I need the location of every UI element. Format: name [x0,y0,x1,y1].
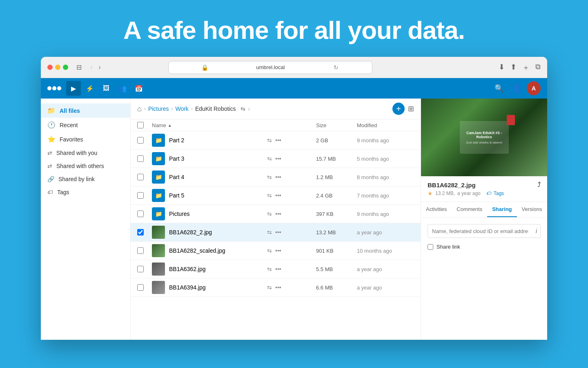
row-checkbox[interactable] [137,229,144,236]
nav-contacts-icon[interactable]: 👥 [115,81,130,96]
sidebar-item-all-files[interactable]: 📁 All files [41,103,130,118]
share-breadcrumb-icon[interactable]: ⇆ [241,105,245,112]
file-thumbnail [152,263,165,276]
share-icon[interactable]: ⬆ [510,63,517,72]
file-name-cell: BB1A6282_scaled.jpg [152,244,267,257]
table-row[interactable]: BB1A6394.jpg ⇆ ••• 6.6 MB a year ago [131,278,421,297]
row-checkbox[interactable] [137,247,144,254]
more-action-icon[interactable]: ••• [275,229,281,236]
breadcrumb-pictures[interactable]: Pictures [148,105,169,112]
share-action-icon[interactable]: ⇆ [267,174,272,180]
table-row[interactable]: 📁 Part 3 ⇆ ••• 15.7 MB 5 months ago [131,150,421,168]
nav-flash-icon[interactable]: ⚡ [82,81,97,96]
table-row[interactable]: 📁 Part 2 ⇆ ••• 2 GB 9 months ago [131,131,421,150]
sidebar-item-label: Shared by link [58,176,95,182]
more-action-icon[interactable]: ••• [275,247,281,254]
tab-sharing[interactable]: Sharing [487,202,517,217]
search-icon[interactable]: 🔍 [492,81,506,96]
detail-tabs: Activities Comments Sharing Versions [421,202,547,218]
file-size: 1.2 MB [316,174,357,180]
row-checkbox[interactable] [137,137,144,144]
table-row[interactable]: 📁 Part 4 ⇆ ••• 1.2 MB 8 months ago [131,168,421,186]
reload-icon[interactable]: ↻ [305,64,368,71]
nav-video-icon[interactable]: ▶ [66,81,81,96]
share-action-icon[interactable]: ⇆ [267,137,272,144]
add-file-button[interactable]: + [392,103,405,115]
row-checkbox[interactable] [137,155,144,162]
row-checkbox[interactable] [137,174,144,180]
more-action-icon[interactable]: ••• [275,266,281,272]
tab-comments[interactable]: Comments [452,202,487,217]
more-action-icon[interactable]: ••• [275,174,281,180]
folder-icon: 📁 [152,152,165,165]
back-button[interactable]: ‹ [88,62,95,72]
tabs-icon[interactable]: ⧉ [535,63,541,72]
sidebar-toggle-icon[interactable]: ⊟ [76,63,82,71]
nav-photos-icon[interactable]: 🖼 [99,81,114,96]
share-action-icon[interactable]: ⇆ [267,229,272,236]
file-actions: ⇆ ••• [267,211,316,217]
nc-files-area: ⌂ › Pictures › Work › EduKit Robotics ⇆ … [131,99,421,340]
add-user-icon[interactable]: 👤 [510,81,523,95]
share-action-icon[interactable]: ⇆ [267,192,272,199]
user-avatar[interactable]: A [527,81,541,95]
sidebar-item-favorites[interactable]: ⭐ Favorites [41,132,130,146]
sharing-input[interactable] [428,225,532,238]
home-icon[interactable]: ⌂ [137,105,142,113]
detail-share-icon[interactable]: ⤴ [537,181,541,188]
download-icon[interactable]: ⬇ [499,63,505,72]
tab-activities[interactable]: Activities [421,202,452,217]
new-tab-icon[interactable]: ＋ [522,63,530,72]
sidebar-item-shared-with-you[interactable]: ⇄ Shared with you [41,146,130,159]
share-action-icon[interactable]: ⇆ [267,247,272,254]
table-row[interactable]: BB1A6282_2.jpg ⇆ ••• 13.2 MB a year ago [131,223,421,242]
file-modified: 5 months ago [357,156,414,162]
share-action-icon[interactable]: ⇆ [267,211,272,217]
share-action-icon[interactable]: ⇆ [267,284,272,291]
sidebar-item-label: Recent [60,122,78,128]
shared-with-others-icon: ⇄ [47,163,52,169]
col-name-header[interactable]: Name ▲ [152,122,267,128]
breadcrumb-current: EduKit Robotics [195,105,236,112]
maximize-button[interactable] [63,65,68,70]
shared-by-link-icon: 🔗 [47,176,54,182]
hero-headline: A safe home for all your data. [0,16,588,45]
row-checkbox[interactable] [137,266,144,272]
more-action-icon[interactable]: ••• [275,192,281,199]
forward-button[interactable]: › [96,62,103,72]
sidebar-item-label: Shared with others [56,163,104,169]
row-checkbox[interactable] [137,192,144,199]
minimize-button[interactable] [55,65,60,70]
sidebar-item-tags[interactable]: 🏷 Tags [41,186,130,199]
close-button[interactable] [47,65,53,70]
sidebar-item-recent[interactable]: 🕐 Recent [41,118,130,132]
breadcrumb-work[interactable]: Work [175,105,188,112]
more-action-icon[interactable]: ••• [275,211,281,217]
breadcrumb: ⌂ › Pictures › Work › EduKit Robotics ⇆ … [131,99,421,119]
table-row[interactable]: 📁 Pictures ⇆ ••• 397 KB 9 months ago [131,205,421,223]
breadcrumb-actions: + ⊞ [392,103,414,115]
sidebar-item-shared-by-link[interactable]: 🔗 Shared by link [41,173,130,186]
more-action-icon[interactable]: ••• [275,137,281,144]
file-name: Part 4 [169,174,184,180]
table-row[interactable]: BB1A6362.jpg ⇆ ••• 5.5 MB a year ago [131,260,421,278]
select-all-checkbox[interactable] [137,122,144,128]
row-checkbox[interactable] [137,284,144,291]
nav-calendar-icon[interactable]: 📅 [131,81,146,96]
tags-label[interactable]: Tags [494,191,504,196]
share-link-checkbox[interactable] [428,244,433,250]
share-action-icon[interactable]: ⇆ [267,155,272,162]
sidebar-item-shared-with-others[interactable]: ⇄ Shared with others [41,159,130,173]
grid-view-button[interactable]: ⊞ [408,103,414,115]
table-row[interactable]: 📁 Part 5 ⇆ ••• 2.4 GB 7 months ago [131,186,421,205]
table-row[interactable]: BB1A6282_scaled.jpg ⇆ ••• 901 KB 10 mont… [131,242,421,260]
row-checkbox[interactable] [137,211,144,217]
hero-section: A safe home for all your data. [0,0,588,57]
tab-versions[interactable]: Versions [517,202,547,217]
file-modified: a year ago [357,285,414,291]
more-action-icon[interactable]: ••• [275,284,281,291]
more-action-icon[interactable]: ••• [275,155,281,162]
address-bar[interactable]: 🔒 umbrel.local ↻ [168,61,372,74]
share-action-icon[interactable]: ⇆ [267,266,272,272]
topnav-right: 🔍 👤 A [492,81,541,96]
